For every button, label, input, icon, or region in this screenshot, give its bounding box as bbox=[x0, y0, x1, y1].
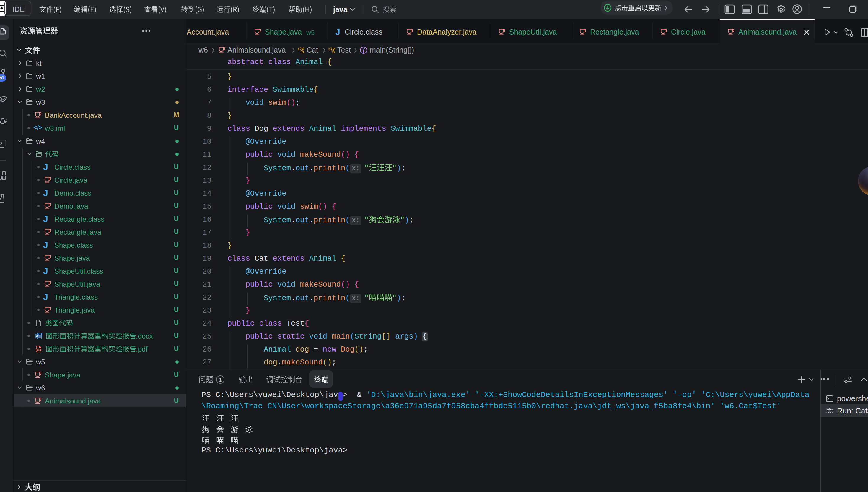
svg-text:W: W bbox=[36, 335, 39, 338]
svg-text:PDF: PDF bbox=[36, 349, 41, 351]
svg-text:f: f bbox=[363, 48, 365, 53]
